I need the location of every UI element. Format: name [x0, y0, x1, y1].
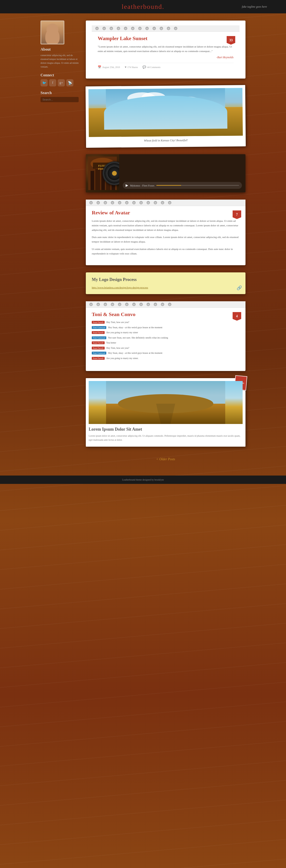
social-icons-group: 🐦 f g+ 📡 [40, 79, 79, 86]
convo-line: Sean Farrell You better [92, 341, 240, 345]
photo-image-wheat [88, 88, 243, 137]
ring [90, 201, 93, 204]
music-progress-fill [156, 185, 181, 186]
music-progress-bar[interactable] [156, 185, 239, 186]
wheat-field-svg [88, 88, 243, 137]
external-link-icon: 🔗 [237, 285, 242, 290]
ring [154, 303, 157, 306]
speaker-tag-sean: Sean Farrell [92, 331, 105, 334]
heart-icon: ♥ [124, 65, 126, 69]
ring [125, 201, 129, 204]
svg-point-3 [180, 97, 199, 104]
ring [139, 303, 143, 306]
post-likes: ♥ 174 Shares [124, 65, 138, 69]
svg-rect-4 [106, 112, 225, 137]
post-wampler-lake: 33 Wampler Lake Sunset "Lorem ipsum dolo… [86, 21, 246, 79]
sidebar-search-section: Search [40, 91, 79, 102]
speaker-tag-toni: Toni Gameyal [92, 336, 106, 339]
speaker-tag-toni: Toni Gameyal [92, 326, 106, 329]
music-player-bar: ▶ Mykonos - Fleet Foxes [123, 182, 242, 189]
post-link-url[interactable]: http://www.brianless.com/design/logo-des… [92, 286, 148, 289]
twitter-icon[interactable]: 🐦 [40, 79, 48, 86]
ring [147, 201, 150, 204]
ring [97, 303, 100, 306]
photo-svg-lorem [89, 381, 243, 424]
post-link-logo-design: My Logo Design Process http://www.brianl… [86, 272, 246, 294]
post-footer: 📅 August 25th, 2010 ♥ 174 Shares 💬 44 Co… [98, 63, 234, 69]
play-button[interactable]: ▶ [126, 183, 128, 187]
convo-line: Sean Farrell Are you going to marry my s… [92, 356, 240, 360]
speaker-tag-sean: Sean Farrell [92, 321, 105, 324]
ring [124, 27, 127, 30]
site-title: leatherbound. [121, 3, 164, 10]
ring [104, 201, 107, 204]
post-badge: 7 [233, 210, 241, 219]
ring [161, 303, 164, 306]
rss-icon[interactable]: 📡 [66, 79, 73, 86]
notebook-rings [86, 301, 246, 308]
post-body: "Lorem ipsum dolor sit amet, consectetur… [98, 44, 234, 53]
post-photo-body: Lorem ipsum dolor sit amet, consectetur … [89, 434, 243, 442]
post-photo-title: Lorem Ipsum Dolor Sit Amet [89, 427, 243, 432]
ring [174, 27, 177, 30]
post-quote: -Burt Reynolds [98, 56, 234, 59]
sidebar-search-heading: Search [40, 91, 79, 95]
convo-line: Sean Farrell Hey Toni, how are you? [92, 320, 240, 324]
post-body-1: Lorem ipsum dolor sit amet, consectetur … [92, 219, 240, 232]
post-body-3: Ut enim ad minim veniam, quis nostrud ex… [92, 247, 240, 256]
avatar-image [41, 21, 64, 44]
post-link-title: My Logo Design Process [92, 277, 240, 282]
post-title: Review of Avatar [92, 210, 240, 216]
search-input[interactable] [40, 97, 79, 102]
avatar [40, 21, 64, 44]
post-photo-wheat: Wheat field in Kansas City! Beautiful! [85, 85, 246, 148]
sidebar-connect-heading: Connect [40, 73, 79, 78]
ring [161, 201, 164, 204]
post-title: Wampler Lake Sunset [98, 35, 234, 41]
photo-caption: Wheat field in Kansas City! Beautiful! [89, 138, 243, 143]
post-review-avatar: 7 Review of Avatar Lorem ipsum dolor sit… [86, 199, 246, 265]
sidebar: About consectetur adipiscing elit, sed d… [40, 21, 79, 102]
ring [138, 27, 142, 30]
site-header: leatherbound. fake tagline goes here [0, 0, 286, 13]
album-art: FLEET FOXES [86, 154, 119, 192]
sidebar-about-heading: About [40, 47, 79, 52]
comment-icon: 💬 [143, 65, 146, 69]
calendar-icon: 📅 [98, 65, 101, 69]
older-posts-link[interactable]: < Older Posts [86, 454, 246, 468]
ring [168, 201, 171, 204]
svg-line-9 [195, 115, 197, 136]
post-music-fleet-foxes: FLEET FOXES ▶ Mykonos - Fleet Foxes [86, 154, 246, 192]
ring [104, 303, 107, 306]
photo-image-lorem [89, 381, 243, 424]
convo-line: Toni Gameyal Hey Sean, okay - at this we… [92, 351, 240, 355]
google-icon[interactable]: g+ [58, 79, 65, 86]
facebook-icon[interactable]: f [49, 79, 56, 86]
convo-line: Toni Gameyal Not sure Sean, not sure. Sh… [92, 336, 240, 340]
post-title: Toni & Sean Convo [92, 311, 240, 317]
svg-rect-14 [95, 168, 100, 190]
main-content: 33 Wampler Lake Sunset "Lorem ipsum dolo… [86, 21, 246, 468]
ring [95, 27, 99, 30]
speaker-tag-sean: Sean Farrell [92, 347, 105, 349]
footer-text: Leatherbound theme designed by brooklynr [122, 478, 164, 481]
speaker-tag-sean: Sean Farrell [92, 341, 105, 344]
sidebar-about-text: consectetur adipiscing elit, sed do eius… [40, 54, 79, 69]
post-comments: 💬 44 Comments [143, 65, 160, 69]
music-track-title: Mykonos - Fleet Foxes [130, 184, 154, 187]
ring [132, 303, 136, 306]
music-info: ▶ Mykonos - Fleet Foxes [119, 154, 246, 192]
ring [152, 27, 156, 30]
site-tagline: fake tagline goes here [242, 5, 267, 9]
site-footer: Leatherbound theme designed by brooklynr [0, 475, 286, 484]
ring [125, 303, 129, 306]
page-container: About consectetur adipiscing elit, sed d… [36, 13, 250, 475]
post-convo-toni-sean: 4 Toni & Sean Convo Sean Farrell Hey Ton… [86, 301, 246, 371]
ring [160, 27, 163, 30]
ring [110, 27, 113, 30]
svg-line-10 [205, 115, 206, 136]
notebook-rings [92, 25, 240, 32]
post-badge: 33 [227, 36, 235, 44]
ring [90, 303, 93, 306]
convo-line: Toni Gameyal Hey Sean, okay - at this we… [92, 326, 240, 330]
